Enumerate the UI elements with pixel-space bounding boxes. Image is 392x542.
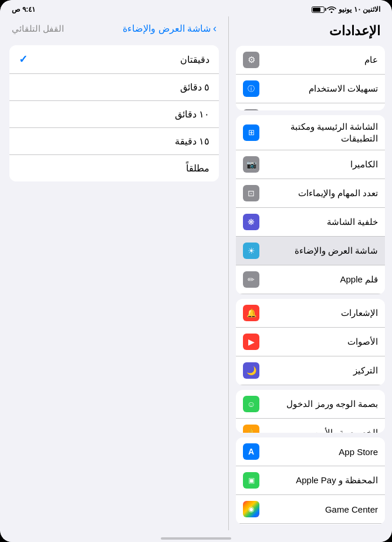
settings-label: المحفظة و Apple Pay bbox=[265, 475, 378, 486]
settings-item-icloud[interactable]: iCloud ☁ bbox=[236, 524, 385, 524]
checkmark-icon: ✓ bbox=[19, 53, 28, 66]
settings-item-camera[interactable]: الكاميرا 📷 bbox=[236, 150, 385, 179]
sounds-icon: ▶ bbox=[243, 334, 259, 350]
search-icon: 🔍 bbox=[243, 109, 259, 110]
time-display: ٩:٤١ ص bbox=[12, 5, 35, 14]
list-item[interactable]: دقيقتان ✓ bbox=[9, 45, 219, 74]
list-item[interactable]: ١٠ دقائق bbox=[9, 101, 219, 128]
settings-label: الكاميرا bbox=[265, 159, 378, 170]
settings-item-wallet[interactable]: المحفظة و Apple Pay ▣ bbox=[236, 466, 385, 495]
settings-group-1: عام ⚙ تسهيلات الاستخدام ⓘ البحث 🔍 bbox=[236, 46, 385, 110]
status-bar: ٩:٤١ ص الاثنين ١٠ يونيو bbox=[0, 0, 392, 16]
accessibility-icon: ⓘ bbox=[243, 80, 259, 97]
settings-item-search[interactable]: البحث 🔍 bbox=[236, 103, 385, 110]
settings-label: قلم Apple bbox=[265, 274, 378, 285]
settings-label: خلفية الشاشة bbox=[265, 217, 378, 227]
home-indicator bbox=[161, 537, 231, 540]
main-content: › شاشة العرض والإضاءة القفل التلقائي دقي… bbox=[0, 16, 392, 530]
settings-item-wallpaper[interactable]: خلفية الشاشة ❋ bbox=[236, 208, 385, 237]
option-label: دقيقتان bbox=[180, 54, 209, 65]
list-item[interactable]: ٥ دقائق bbox=[9, 74, 219, 101]
right-panel: الإعدادات عام ⚙ تسهيلات الاستخدام ⓘ البح… bbox=[229, 16, 392, 530]
settings-title: الإعدادات bbox=[229, 16, 392, 43]
settings-label: App Store bbox=[265, 447, 378, 457]
back-title-label: شاشة العرض والإضاءة bbox=[123, 23, 211, 34]
settings-item-display[interactable]: شاشة العرض والإضاءة ☀ bbox=[236, 237, 385, 265]
wallpaper-icon: ❋ bbox=[243, 214, 259, 230]
settings-label: التركيز bbox=[265, 365, 378, 376]
settings-item-appstore[interactable]: App Store A bbox=[236, 437, 385, 466]
option-label: ٥ دقائق bbox=[180, 82, 209, 93]
settings-label: Game Center bbox=[265, 504, 378, 514]
status-left: ٩:٤١ ص bbox=[12, 5, 35, 14]
settings-label: تعدد المهام والإيماءات bbox=[265, 188, 378, 198]
pencil-icon: ✏ bbox=[243, 271, 259, 288]
gamecenter-icon: ◉ bbox=[243, 501, 259, 517]
ipad-frame: ٩:٤١ ص الاثنين ١٠ يونيو › شاشة العرض وال… bbox=[0, 0, 392, 542]
settings-item-gamecenter[interactable]: Game Center ◉ bbox=[236, 495, 385, 524]
settings-item-screentime[interactable]: مدة استخدام الجهاز ⧗ bbox=[236, 385, 385, 386]
settings-item-accessibility[interactable]: تسهيلات الاستخدام ⓘ bbox=[236, 75, 385, 103]
camera-icon: 📷 bbox=[243, 156, 259, 173]
settings-label: تسهيلات الاستخدام bbox=[265, 83, 378, 94]
settings-label: بصمة الوجه ورمز الدخول bbox=[265, 399, 378, 409]
back-chevron-icon: › bbox=[213, 22, 217, 35]
settings-item-notifications[interactable]: الإشعارات 🔔 bbox=[236, 299, 385, 328]
display-icon: ☀ bbox=[243, 243, 259, 259]
privacy-icon: ✋ bbox=[243, 425, 259, 433]
option-label: ١٥ دقيقة bbox=[175, 136, 209, 147]
back-button[interactable]: › شاشة العرض والإضاءة bbox=[123, 22, 217, 35]
settings-item-homescreen[interactable]: الشاشة الرئيسية ومكتبة التطبيقات ⊞ bbox=[236, 115, 385, 150]
settings-label: الشاشة الرئيسية ومكتبة التطبيقات bbox=[265, 121, 378, 144]
settings-item-general[interactable]: عام ⚙ bbox=[236, 46, 385, 75]
settings-label: الخصوصية والأمن bbox=[265, 427, 378, 433]
settings-item-multitask[interactable]: تعدد المهام والإيماءات ⊡ bbox=[236, 179, 385, 208]
settings-label: الأصوات bbox=[265, 336, 378, 347]
list-item[interactable]: ١٥ دقيقة bbox=[9, 128, 219, 155]
settings-item-privacy[interactable]: الخصوصية والأمن ✋ bbox=[236, 419, 385, 433]
settings-group-5: App Store A المحفظة و Apple Pay ▣ Game C… bbox=[236, 437, 385, 524]
settings-label: شاشة العرض والإضاءة bbox=[265, 245, 378, 256]
multitask-icon: ⊡ bbox=[243, 185, 259, 201]
option-label: ١٠ دقائق bbox=[175, 109, 209, 120]
wallet-icon: ▣ bbox=[243, 472, 259, 489]
home-bar bbox=[0, 530, 392, 542]
settings-group-3: الإشعارات 🔔 الأصوات ▶ التركيز 🌙 مدة استخ… bbox=[236, 299, 385, 386]
wifi-icon bbox=[327, 6, 336, 13]
left-panel: › شاشة العرض والإضاءة القفل التلقائي دقي… bbox=[0, 16, 229, 530]
general-icon: ⚙ bbox=[243, 52, 259, 68]
section-title-label: القفل التلقائي bbox=[12, 23, 64, 34]
settings-item-sounds[interactable]: الأصوات ▶ bbox=[236, 328, 385, 356]
settings-label: عام bbox=[265, 55, 378, 65]
battery-icon bbox=[312, 6, 325, 13]
back-header: › شاشة العرض والإضاءة القفل التلقائي bbox=[0, 16, 228, 41]
settings-item-pencil[interactable]: قلم Apple ✏ bbox=[236, 265, 385, 294]
settings-label: الإشعارات bbox=[265, 308, 378, 318]
status-right: الاثنين ١٠ يونيو bbox=[312, 5, 380, 14]
list-item[interactable]: مطلقاً bbox=[9, 155, 219, 181]
date-display: الاثنين ١٠ يونيو bbox=[339, 5, 380, 14]
faceid-icon: ☺ bbox=[243, 396, 259, 412]
notifications-icon: 🔔 bbox=[243, 305, 259, 321]
option-label: مطلقاً bbox=[186, 163, 209, 174]
appstore-icon: A bbox=[243, 443, 259, 460]
homescreen-icon: ⊞ bbox=[243, 124, 259, 141]
settings-group-2: الشاشة الرئيسية ومكتبة التطبيقات ⊞ الكام… bbox=[236, 115, 385, 294]
settings-item-focus[interactable]: التركيز 🌙 bbox=[236, 356, 385, 385]
auto-lock-options-list: دقيقتان ✓ ٥ دقائق ١٠ دقائق ١٥ دقيقة مطلق… bbox=[9, 45, 219, 181]
settings-item-faceid[interactable]: بصمة الوجه ورمز الدخول ☺ bbox=[236, 390, 385, 419]
focus-icon: 🌙 bbox=[243, 362, 259, 379]
settings-group-4: بصمة الوجه ورمز الدخول ☺ الخصوصية والأمن… bbox=[236, 390, 385, 433]
